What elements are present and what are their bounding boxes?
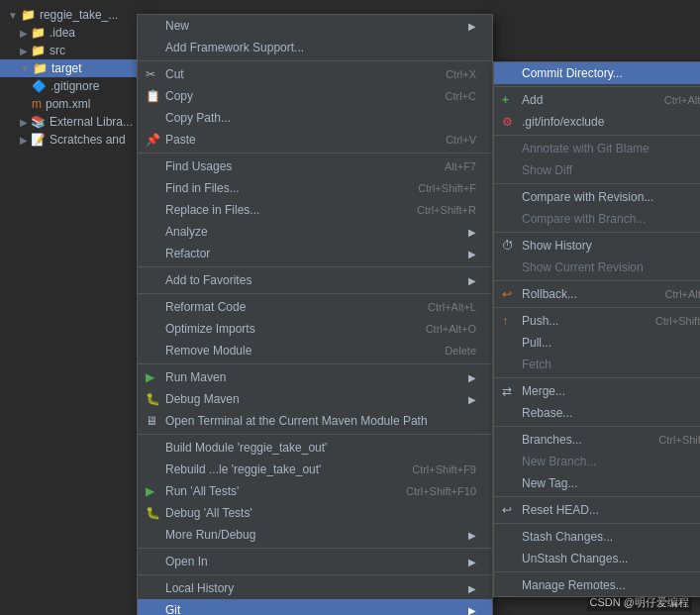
submenu-arrow: ▶ [468,394,476,405]
git-menu-branches[interactable]: Branches... Ctrl+Shift+` [494,429,700,451]
git-menu-new-branch[interactable]: New Branch... [494,451,700,472]
menu-item-label: Open In [165,555,208,568]
menu-item-local-history[interactable]: Local History ▶ [138,577,492,599]
menu-item-more-run[interactable]: More Run/Debug ▶ [138,524,492,546]
menu-item-label: Fetch [522,358,551,371]
shortcut-label: Ctrl+Shift+K [636,315,700,327]
git-menu-merge[interactable]: ⇄ Merge... [494,380,700,402]
git-menu-push[interactable]: ↑ Push... Ctrl+Shift+K [494,310,700,332]
menu-item-git[interactable]: Git ▶ [138,599,492,615]
menu-item-add-framework[interactable]: Add Framework Support... [138,37,492,58]
menu-item-label: Merge... [522,384,565,398]
separator [494,183,700,184]
git-menu-git-info-exclude[interactable]: ⚙ .git/info/exclude [494,111,700,133]
menu-item-run-tests[interactable]: ▶ Run 'All Tests' Ctrl+Shift+F10 [138,480,492,502]
menu-item-remove-module[interactable]: Remove Module Delete [138,340,492,361]
menu-item-label: New Branch... [522,455,596,468]
git-menu-show-current-revision[interactable]: Show Current Revision [494,256,700,278]
shortcut-label: Ctrl+C [426,90,476,102]
git-menu-new-tag[interactable]: New Tag... [494,472,700,494]
shortcut-label: Ctrl+Alt+A [645,94,700,106]
menu-item-debug-tests[interactable]: 🐛 Debug 'All Tests' [138,502,492,524]
menu-item-label: Compare with Branch... [522,212,646,226]
menu-item-new[interactable]: New ▶ [138,15,492,37]
git-menu-manage-remotes[interactable]: Manage Remotes... [494,574,700,596]
submenu-arrow: ▶ [468,227,476,238]
cut-icon: ✂ [146,67,155,81]
git-menu-unstash[interactable]: UnStash Changes... [494,548,700,569]
git-menu-fetch[interactable]: Fetch [494,354,700,375]
menu-item-open-in[interactable]: Open In ▶ [138,551,492,572]
git-menu-compare-revision[interactable]: Compare with Revision... [494,186,700,208]
menu-item-label: Copy [165,89,193,103]
git-menu-show-diff[interactable]: Show Diff [494,159,700,181]
menu-item-add-to-favorites[interactable]: Add to Favorites ▶ [138,269,492,291]
shortcut-label: Ctrl+Alt+L [408,301,476,313]
menu-item-label: Run Maven [165,370,226,384]
submenu-arrow: ▶ [468,605,476,616]
menu-item-label: Git [165,603,180,615]
sidebar-item-scratches[interactable]: ▶ 📝 Scratches and [0,131,139,149]
menu-item-label: Paste [165,133,196,147]
git-menu-annotate[interactable]: Annotate with Git Blame [494,138,700,159]
menu-item-copy-path[interactable]: Copy Path... [138,107,492,129]
menu-item-replace-in-files[interactable]: Replace in Files... Ctrl+Shift+R [138,199,492,221]
git-menu-commit-dir[interactable]: Commit Directory... [494,62,700,84]
library-icon: 📚 [31,115,46,129]
menu-item-copy[interactable]: 📋 Copy Ctrl+C [138,85,492,107]
git-menu-reset-head[interactable]: ↩ Reset HEAD... [494,499,700,521]
folder-icon: 📁 [31,44,46,57]
sidebar-item-gitignore[interactable]: 🔷 .gitignore [0,77,139,95]
folder-icon: 📁 [21,8,36,22]
separator [494,523,700,524]
menu-item-build-module[interactable]: Build Module 'reggie_take_out' [138,437,492,459]
git-icon: ⚙ [502,115,513,129]
sidebar-item-src[interactable]: ▶ 📁 src [0,42,139,59]
menu-item-label: More Run/Debug [165,528,255,542]
sidebar-project-root[interactable]: ▼ 📁 reggie_take_... [0,6,139,24]
menu-item-label: UnStash Changes... [522,552,628,565]
menu-item-optimize[interactable]: Optimize Imports Ctrl+Alt+O [138,318,492,340]
submenu-arrow: ▶ [468,21,476,32]
tree-arrow: ▶ [20,117,28,128]
sidebar-item-external[interactable]: ▶ 📚 External Libra... [0,113,139,131]
tree-arrow: ▶ [20,135,28,146]
menu-item-find-in-files[interactable]: Find in Files... Ctrl+Shift+F [138,177,492,199]
sidebar-item-pom[interactable]: m pom.xml [0,95,139,113]
git-menu-pull[interactable]: Pull... [494,332,700,354]
menu-item-run-maven[interactable]: ▶ Run Maven ▶ [138,366,492,388]
menu-item-rebuild-module[interactable]: Rebuild ...le 'reggie_take_out' Ctrl+Shi… [138,459,492,480]
menu-item-reformat[interactable]: Reformat Code Ctrl+Alt+L [138,296,492,318]
menu-item-label: Build Module 'reggie_take_out' [165,441,327,455]
git-menu-compare-branch[interactable]: Compare with Branch... [494,208,700,230]
menu-item-cut[interactable]: ✂ Cut Ctrl+X [138,63,492,85]
git-menu-rollback[interactable]: ↩ Rollback... Ctrl+Alt+Z [494,283,700,305]
menu-item-refactor[interactable]: Refactor ▶ [138,243,492,264]
git-menu-rebase[interactable]: Rebase... [494,402,700,424]
menu-item-label: Analyze [165,225,208,239]
separator [494,496,700,497]
git-menu-add[interactable]: + Add Ctrl+Alt+A [494,89,700,111]
git-menu-show-history[interactable]: ⏱ Show History [494,235,700,256]
menu-item-label: Reset HEAD... [522,503,599,517]
separator [494,307,700,308]
menu-item-label: Show History [522,239,592,253]
submenu-arrow: ▶ [468,583,476,594]
menu-item-label: Commit Directory... [522,66,623,80]
git-menu-stash[interactable]: Stash Changes... [494,526,700,548]
sidebar-item-label: External Libra... [50,115,133,129]
menu-item-label: Replace in Files... [165,203,259,217]
tree-arrow: ▶ [20,28,28,39]
shortcut-label: Ctrl+Alt+Z [645,288,700,300]
menu-item-debug-maven[interactable]: 🐛 Debug Maven ▶ [138,388,492,410]
menu-item-find-usages[interactable]: Find Usages Alt+F7 [138,155,492,177]
sidebar-item-idea[interactable]: ▶ 📁 .idea [0,24,139,42]
menu-item-paste[interactable]: 📌 Paste Ctrl+V [138,129,492,151]
menu-item-analyze[interactable]: Analyze ▶ [138,221,492,243]
menu-item-open-terminal[interactable]: 🖥 Open Terminal at the Current Maven Mod… [138,410,492,432]
separator [138,60,492,61]
sidebar-item-target[interactable]: ▼ 📁 target [0,59,139,77]
merge-icon: ⇄ [502,384,512,398]
menu-item-label: Optimize Imports [165,322,255,336]
tree-arrow: ▼ [8,10,18,21]
